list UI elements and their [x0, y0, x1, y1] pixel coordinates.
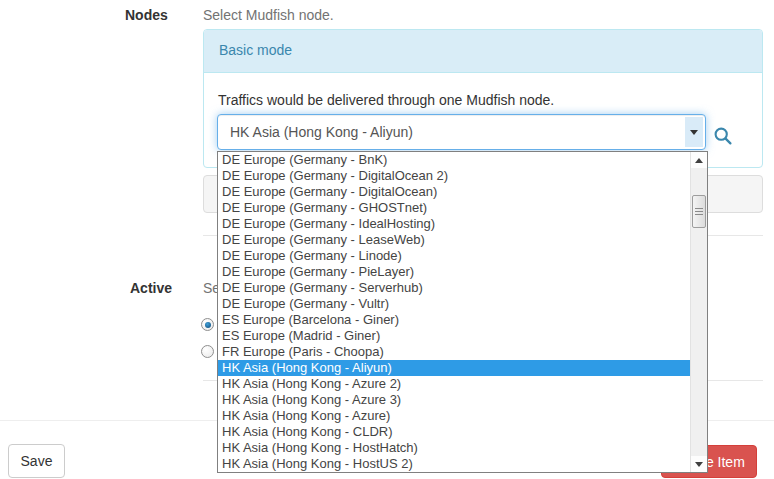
dropdown-scrollbar[interactable]	[690, 152, 707, 472]
node-option[interactable]: FR Europe (Paris - Choopa)	[218, 344, 690, 360]
node-option[interactable]: ES Europe (Madrid - Giner)	[218, 328, 690, 344]
node-select[interactable]: HK Asia (Hong Kong - Aliyun)	[217, 114, 706, 150]
scrollbar-thumb[interactable]	[692, 195, 706, 228]
save-button[interactable]: Save	[8, 444, 65, 478]
node-option[interactable]: DE Europe (Germany - PieLayer)	[218, 264, 690, 280]
basic-mode-title: Basic mode	[219, 42, 292, 58]
nodes-label: Nodes	[125, 7, 168, 23]
chevron-down-icon	[690, 130, 698, 135]
node-option[interactable]: DE Europe (Germany - BnK)	[218, 152, 690, 168]
node-option[interactable]: DE Europe (Germany - Vultr)	[218, 296, 690, 312]
triangle-up-icon	[695, 158, 703, 163]
node-option[interactable]: HK Asia (Hong Kong - Aliyun)	[218, 360, 690, 376]
active-label: Active	[130, 280, 172, 296]
node-select-dropdown: DE Europe (Germany - BnK)DE Europe (Germ…	[217, 151, 708, 473]
node-option[interactable]: DE Europe (Germany - IdealHosting)	[218, 216, 690, 232]
nodes-help-text: Select Mudfish node.	[203, 7, 334, 23]
node-option[interactable]: DE Europe (Germany - Serverhub)	[218, 280, 690, 296]
node-option[interactable]: HK Asia (Hong Kong - Azure)	[218, 408, 690, 424]
active-radio-yes[interactable]	[201, 318, 214, 331]
node-option[interactable]: DE Europe (Germany - Linode)	[218, 248, 690, 264]
node-option[interactable]: HK Asia (Hong Kong - Azure 2)	[218, 376, 690, 392]
thumb-grip-icon	[695, 208, 703, 215]
node-select-value: HK Asia (Hong Kong - Aliyun)	[218, 124, 685, 140]
scroll-down-button[interactable]	[691, 456, 707, 472]
triangle-down-icon	[695, 462, 703, 467]
scroll-up-button[interactable]	[691, 152, 707, 168]
select-dropdown-button[interactable]	[685, 117, 703, 147]
active-radio-no[interactable]	[201, 345, 214, 358]
node-option[interactable]: DE Europe (Germany - GHOSTnet)	[218, 200, 690, 216]
search-icon[interactable]	[713, 126, 733, 146]
basic-mode-panel-heading[interactable]: Basic mode	[204, 30, 762, 73]
node-option[interactable]: DE Europe (Germany - DigitalOcean 2)	[218, 168, 690, 184]
node-option[interactable]: HK Asia (Hong Kong - HostHatch)	[218, 440, 690, 456]
node-description-text: Traffics would be delivered through one …	[218, 92, 554, 108]
node-option[interactable]: HK Asia (Hong Kong - CLDR)	[218, 424, 690, 440]
node-option[interactable]: DE Europe (Germany - LeaseWeb)	[218, 232, 690, 248]
node-option[interactable]: HK Asia (Hong Kong - Azure 3)	[218, 392, 690, 408]
node-option[interactable]: ES Europe (Barcelona - Giner)	[218, 312, 690, 328]
scrollbar-track[interactable]	[691, 168, 707, 456]
node-option[interactable]: DE Europe (Germany - DigitalOcean)	[218, 184, 690, 200]
node-option-list: DE Europe (Germany - BnK)DE Europe (Germ…	[218, 152, 690, 472]
node-option[interactable]: HK Asia (Hong Kong - HostUS 2)	[218, 456, 690, 472]
